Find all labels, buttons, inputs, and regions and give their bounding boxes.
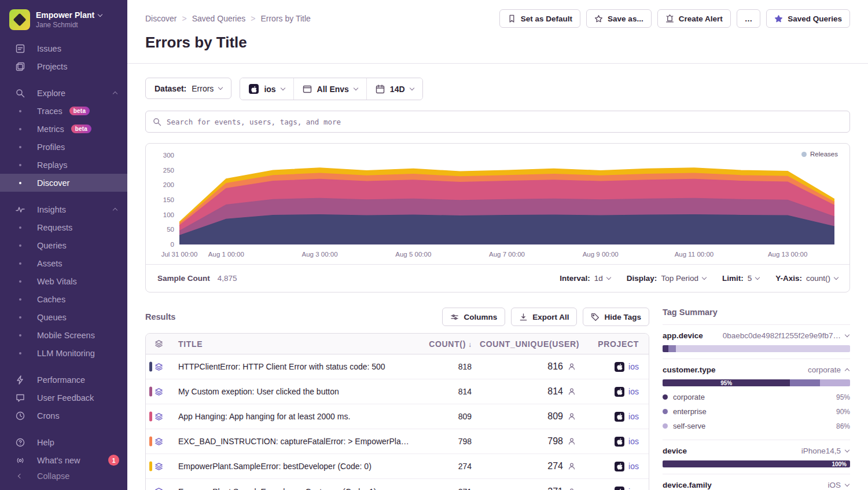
date-range-selector[interactable]: 14D [366,78,422,100]
count-value: 818 [410,362,480,371]
table-header-row: TITLE COUNT()↓ COUNT_UNIQUE(USER) PROJEC… [146,334,649,354]
sidebar-item-traces[interactable]: Traces beta [0,102,127,120]
saved-queries-button[interactable]: Saved Queries [766,9,850,28]
user-icon [568,488,576,490]
display-dropdown[interactable]: Display: Top Period [627,274,706,283]
column-header-count[interactable]: COUNT()↓ [410,339,480,349]
save-as-button[interactable]: Save as... [586,9,652,28]
count-unique-cell: 814 [480,386,584,397]
tag-toggle[interactable]: device iPhone14,5 [663,447,850,455]
sidebar-item-queries[interactable]: Queries [0,236,127,254]
yaxis-dropdown[interactable]: Y-Axis: count() [775,274,838,283]
columns-button[interactable]: Columns [442,308,505,326]
svg-text:Aug 7 00:00: Aug 7 00:00 [489,251,525,258]
stacked-area-chart[interactable]: 050100150200250300Jul 31 00:00Aug 1 00:0… [150,148,845,262]
breadcrumb-saved-queries[interactable]: Saved Queries [192,14,246,23]
sidebar-item-performance[interactable]: Performance [0,371,127,389]
tag-legend-item[interactable]: enterprise 90% [663,404,850,419]
chart-area: 050100150200250300Jul 31 00:00Aug 1 00:0… [146,144,849,264]
sidebar-item-issues[interactable]: Issues [0,39,127,57]
button-label: Columns [464,313,497,321]
tag-top-value: 0baebc0de4982f1255f2e9e9fb7… [723,331,841,340]
sidebar-item-caches[interactable]: Caches [0,290,127,308]
tag-toggle[interactable]: device.family iOS [663,481,850,489]
project-link[interactable]: ios [628,462,639,471]
tag-legend-item[interactable]: corporate 95% [663,390,850,404]
legend-label: enterprise [673,407,707,416]
project-selector[interactable]: ios [240,78,293,100]
table-row[interactable]: App Hanging: App hanging for at least 20… [146,404,649,429]
project-link[interactable]: ios [628,412,639,421]
dataset-selector[interactable]: Dataset: Errors [145,78,231,99]
tag-legend-item[interactable]: self-serve 86% [663,419,850,433]
sidebar-section-insights[interactable]: Insights [0,200,127,218]
table-row[interactable]: EmpowerPlant.SampleError: bestDeveloper … [146,454,649,479]
sidebar-section-explore[interactable]: Explore [0,84,127,102]
alert-icon [665,14,674,23]
table-row[interactable]: EXC_BAD_INSTRUCTION: captureFatalError: … [146,429,649,454]
sidebar-item-user-feedback[interactable]: User Feedback [0,389,127,407]
releases-legend-toggle[interactable]: Releases [801,151,838,158]
hide-tags-button[interactable]: Hide Tags [583,308,649,326]
column-header-count-unique[interactable]: COUNT_UNIQUE(USER) [480,339,584,349]
sidebar-item-replays[interactable]: Replays [0,156,127,174]
chevron-up-icon [845,368,849,373]
column-header-title[interactable]: TITLE [171,339,410,349]
sidebar-item-metrics[interactable]: Metrics beta [0,120,127,138]
sidebar-item-assets[interactable]: Assets [0,254,127,272]
environment-filter-value: All Envs [317,85,349,94]
tag-toggle[interactable]: customer.type corporate [663,365,850,374]
export-all-button[interactable]: Export All [511,308,577,326]
sidebar-item-discover[interactable]: Discover [0,174,127,192]
breadcrumb-discover[interactable]: Discover [145,14,176,23]
create-alert-button[interactable]: Create Alert [657,9,731,28]
sidebar-item-projects[interactable]: Projects [0,57,127,75]
sidebar-item-mobile-screens[interactable]: Mobile Screens [0,326,127,344]
column-header-project[interactable]: PROJECT [584,339,649,349]
more-options-button[interactable]: … [737,9,761,28]
search-input[interactable] [167,118,843,126]
bullet-icon [19,262,21,265]
breadcrumb-current: Errors by Title [260,14,310,23]
tag-toggle[interactable]: app.device 0baebc0de4982f1255f2e9e9fb7… [663,331,850,340]
interval-dropdown[interactable]: Interval: 1d [560,274,610,283]
sidebar-item-web-vitals[interactable]: Web Vitals [0,272,127,290]
org-switcher[interactable]: Empower Plant Jane Schmidt [0,8,127,39]
sidebar-item-label: LLM Monitoring [37,349,95,358]
sidebar-item-whats-new[interactable]: What's new 1 [0,451,127,469]
project-link[interactable]: ios [628,387,639,396]
tag-distribution-bar[interactable] [663,345,850,352]
sidebar-item-requests[interactable]: Requests [0,218,127,236]
table-row[interactable]: My Custom exeption: User clicked the but… [146,379,649,404]
sidebar-item-help[interactable]: Help [0,433,127,451]
table-row[interactable]: HTTPClientError: HTTP Client Error with … [146,354,649,379]
bullet-icon [19,128,21,130]
sidebar-item-llm-monitoring[interactable]: LLM Monitoring [0,344,127,362]
project-link[interactable]: ios [628,437,639,446]
sidebar-item-profiles[interactable]: Profiles [0,138,127,156]
sidebar-collapse-button[interactable]: Collapse [0,469,127,483]
bookmark-icon [507,14,516,23]
sample-count-label: Sample Count [157,274,210,283]
sidebar: Empower Plant Jane Schmidt Issues Projec… [0,0,127,490]
sidebar-item-crons[interactable]: Crons [0,407,127,425]
tag-distribution-bar[interactable]: 95% [663,379,850,386]
limit-dropdown[interactable]: Limit: 5 [722,274,759,283]
stack-icon [155,487,163,490]
set-as-default-button[interactable]: Set as Default [499,9,580,28]
tag-item-device-family: device.family iOS 100% [663,474,850,490]
environment-selector[interactable]: All Envs [293,78,366,100]
sidebar-item-queues[interactable]: Queues [0,308,127,326]
project-link[interactable]: ios [628,362,639,371]
button-label: Hide Tags [604,313,641,321]
bullet-icon [19,182,21,184]
svg-text:250: 250 [163,167,174,174]
apple-platform-icon [615,387,624,397]
notification-badge: 1 [108,455,119,466]
ellipsis-icon: … [745,14,753,23]
tag-distribution-bar[interactable]: 100% [663,460,850,467]
header-actions: Set as Default Save as... Create Alert … [499,9,850,28]
project-link[interactable]: ios [628,487,639,490]
table-row[interactable]: EmpowerPlant.SampleError: happyCustomer … [146,479,649,490]
segment-label: 95% [663,380,790,386]
